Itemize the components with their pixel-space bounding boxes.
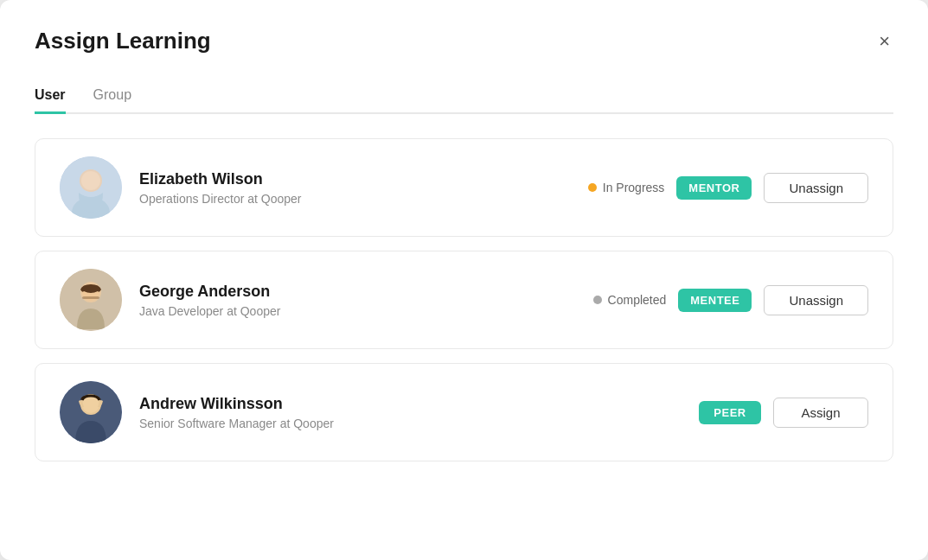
avatar-george-anderson: [60, 269, 122, 331]
status-label-elizabeth-wilson: In Progress: [603, 181, 665, 194]
modal-header: Assign Learning ×: [35, 28, 893, 54]
user-info-elizabeth-wilson: Elizabeth Wilson Operations Director at …: [139, 170, 560, 206]
user-role-elizabeth-wilson: Operations Director at Qooper: [139, 192, 560, 206]
user-info-george-anderson: George Anderson Java Developer at Qooper: [139, 283, 562, 318]
user-card-andrew-wilkinsson: Andrew Wilkinsson Senior Software Manage…: [35, 363, 893, 461]
tab-user[interactable]: User: [35, 79, 66, 114]
user-name-elizabeth-wilson: Elizabeth Wilson: [139, 170, 560, 188]
user-actions-andrew-wilkinsson: PEER Assign: [699, 398, 868, 428]
role-badge-elizabeth-wilson: MENTOR: [676, 176, 752, 200]
user-actions-elizabeth-wilson: In Progress MENTOR Unassign: [578, 173, 868, 203]
role-badge-andrew-wilkinsson: PEER: [699, 401, 761, 424]
modal-title: Assign Learning: [35, 28, 211, 54]
status-elizabeth-wilson: In Progress: [578, 181, 664, 194]
status-label-george-anderson: Completed: [608, 293, 667, 307]
status-george-anderson: Completed: [579, 293, 666, 307]
user-role-andrew-wilkinsson: Senior Software Manager at Qooper: [139, 417, 682, 430]
status-dot-elizabeth-wilson: [588, 183, 597, 192]
users-list: Elizabeth Wilson Operations Director at …: [35, 138, 893, 461]
user-actions-george-anderson: Completed MENTEE Unassign: [579, 285, 868, 315]
avatar-elizabeth-wilson: [60, 156, 122, 219]
svg-rect-7: [82, 296, 99, 299]
svg-point-3: [81, 171, 100, 190]
assign-button-andrew-wilkinsson[interactable]: Assign: [773, 398, 868, 428]
close-button[interactable]: ×: [875, 29, 893, 54]
avatar-andrew-wilkinsson: [60, 381, 122, 443]
user-info-andrew-wilkinsson: Andrew Wilkinsson Senior Software Manage…: [139, 395, 682, 430]
user-card-elizabeth-wilson: Elizabeth Wilson Operations Director at …: [35, 138, 893, 237]
status-dot-george-anderson: [593, 296, 602, 304]
tab-group[interactable]: Group: [93, 79, 131, 114]
tabs-container: User Group: [35, 79, 893, 114]
user-name-george-anderson: George Anderson: [139, 283, 562, 301]
unassign-button-george-anderson[interactable]: Unassign: [764, 285, 868, 315]
role-badge-george-anderson: MENTEE: [678, 289, 752, 312]
unassign-button-elizabeth-wilson[interactable]: Unassign: [764, 173, 868, 203]
user-name-andrew-wilkinsson: Andrew Wilkinsson: [139, 395, 682, 413]
assign-learning-modal: Assign Learning × User Group Elizabeth W…: [0, 0, 928, 560]
user-role-george-anderson: Java Developer at Qooper: [139, 304, 562, 318]
user-card-george-anderson: George Anderson Java Developer at Qooper…: [35, 251, 893, 349]
